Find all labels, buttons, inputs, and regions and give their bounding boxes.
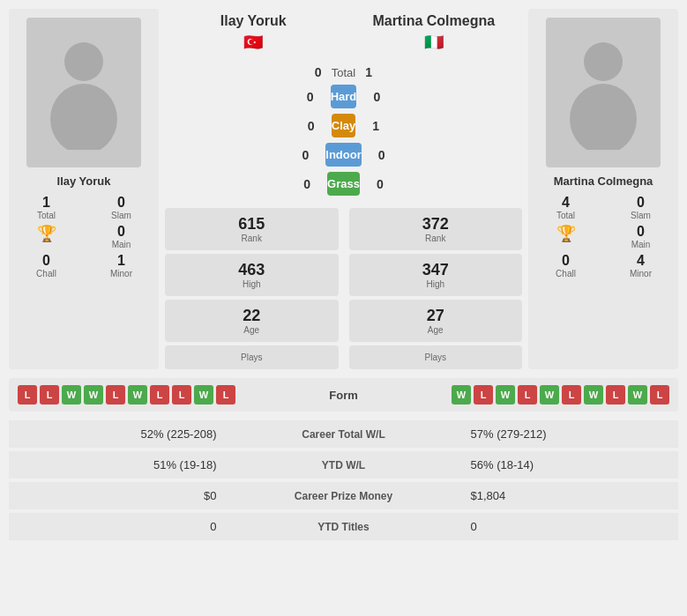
p2-name-center: Martina Colmegna	[344, 13, 525, 29]
total-row: 0 Total 1	[305, 65, 382, 79]
form-badge-L: L	[216, 385, 235, 404]
p1-high-value: 463	[169, 261, 334, 279]
p2-plays-card: Plays	[349, 345, 523, 369]
player2-slam: 0	[637, 195, 645, 211]
form-badge-W: W	[452, 385, 471, 404]
player1-avatar	[26, 18, 141, 167]
p2-high-label: High	[354, 279, 519, 289]
player1-minor-label: Minor	[110, 269, 132, 278]
p2-plays-label: Plays	[354, 353, 519, 362]
player2-chall-label: Chall	[556, 269, 576, 278]
svg-point-0	[64, 42, 103, 81]
player2-main: 0	[637, 224, 645, 240]
p1-age-value: 22	[169, 307, 334, 325]
player2-minor-label: Minor	[630, 269, 652, 278]
form-badge-W: W	[84, 385, 103, 404]
player2-trophy-icon: 🏆	[556, 224, 576, 243]
p2-high-card: 347 High	[349, 254, 523, 296]
p1-name-center: Ilay Yoruk	[163, 13, 344, 29]
career-wl-p2: 57% (279-212)	[458, 420, 678, 448]
p1-age-label: Age	[169, 325, 334, 335]
player1-main: 0	[117, 224, 125, 240]
player2-main-label: Main	[631, 240, 651, 249]
p1-plays-card: Plays	[165, 345, 339, 369]
hard-score-p2: 0	[363, 90, 390, 104]
player1-total-label: Total	[37, 211, 56, 220]
stats-table: 52% (225-208) Career Total W/L 57% (279-…	[9, 417, 678, 544]
ytd-wl-label: YTD W/L	[229, 451, 457, 479]
clay-row: 0 Clay 1	[298, 114, 389, 137]
player1-slam-label: Slam	[111, 211, 131, 220]
form-badge-L: L	[106, 385, 125, 404]
form-badge-L: L	[518, 385, 537, 404]
ytd-titles-p2: 0	[458, 513, 678, 540]
form-badge-L: L	[562, 385, 581, 404]
form-badge-W: W	[628, 385, 647, 404]
p1-form-badges: LLWWLWLLWL	[18, 385, 235, 404]
player1-main-label: Main	[112, 240, 131, 249]
form-badge-W: W	[496, 385, 515, 404]
p1-rank-card: 615 Rank	[165, 208, 339, 250]
p2-high-value: 347	[354, 261, 519, 279]
player1-minor: 1	[117, 253, 125, 269]
p2-age-label: Age	[354, 325, 519, 335]
svg-point-1	[50, 84, 117, 150]
p2-age-card: 27 Age	[349, 300, 523, 342]
player1-trophy-icon: 🏆	[37, 224, 56, 243]
svg-point-3	[570, 84, 637, 150]
total-score-p2: 1	[355, 65, 382, 79]
indoor-button: Indoor	[325, 143, 361, 167]
prize-label: Career Prize Money	[229, 482, 457, 509]
p1-plays-label: Plays	[169, 353, 334, 362]
form-badge-L: L	[606, 385, 625, 404]
p2-form-badges: WLWLWLWLWL	[452, 385, 669, 404]
ytd-titles-label: YTD Titles	[229, 513, 457, 540]
form-badge-L: L	[474, 385, 493, 404]
p1-rank-label: Rank	[169, 234, 334, 243]
ytd-titles-p1: 0	[9, 513, 229, 540]
p2-flag: 🇮🇹	[344, 33, 525, 52]
indoor-score-p1: 0	[292, 148, 318, 162]
form-label: Form	[329, 389, 358, 402]
p1-rank-value: 615	[169, 215, 334, 234]
clay-score-p2: 1	[362, 119, 389, 133]
form-badge-W: W	[128, 385, 147, 404]
player2-name: Martina Colmegna	[554, 174, 653, 188]
indoor-score-p2: 0	[369, 148, 395, 162]
prize-p1: $0	[9, 482, 229, 509]
svg-point-2	[584, 42, 623, 81]
player2-avatar	[546, 18, 661, 167]
grass-score-p1: 0	[294, 177, 320, 191]
form-badge-W: W	[194, 385, 213, 404]
player2-total: 4	[562, 195, 570, 211]
total-label: Total	[332, 66, 355, 79]
middle-section: Ilay Yoruk 🇹🇷 Martina Colmegna 🇮🇹 0 Tota…	[159, 9, 528, 369]
p1-flag: 🇹🇷	[163, 33, 344, 52]
p2-rank-label: Rank	[354, 234, 519, 243]
hard-row: 0 Hard 0	[297, 85, 391, 108]
grass-score-p2: 0	[367, 177, 393, 191]
hard-button: Hard	[331, 85, 357, 108]
form-badge-W: W	[62, 385, 81, 404]
p2-rank-card: 372 Rank	[349, 208, 523, 250]
p1-high-label: High	[169, 279, 334, 289]
career-wl-label: Career Total W/L	[229, 420, 457, 448]
form-badge-L: L	[18, 385, 37, 404]
player2-chall: 0	[562, 253, 570, 269]
form-badge-L: L	[40, 385, 59, 404]
ytd-wl-row: 51% (19-18) YTD W/L 56% (18-14)	[9, 451, 678, 479]
p2-age-value: 27	[354, 307, 519, 325]
player1-slam: 0	[117, 195, 125, 211]
ytd-titles-row: 0 YTD Titles 0	[9, 513, 678, 540]
player1-total: 1	[42, 195, 50, 211]
player2-minor: 4	[637, 253, 645, 269]
indoor-row: 0 Indoor 0	[292, 143, 394, 167]
prize-p2: $1,804	[458, 482, 678, 509]
player1-chall: 0	[42, 253, 50, 269]
ytd-wl-p1: 51% (19-18)	[9, 451, 229, 479]
form-badge-W: W	[584, 385, 603, 404]
p1-age-card: 22 Age	[165, 300, 339, 342]
player1-chall-label: Chall	[36, 269, 56, 278]
clay-button: Clay	[332, 114, 355, 137]
p2-rank-value: 372	[354, 215, 519, 234]
